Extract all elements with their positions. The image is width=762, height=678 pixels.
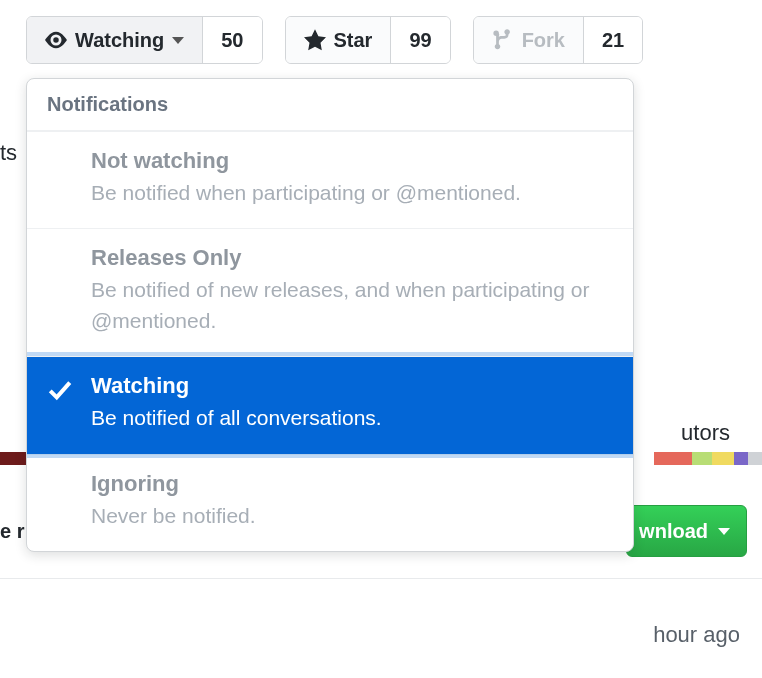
cropped-text: ts [0, 140, 17, 166]
dropdown-header: Notifications [27, 79, 633, 131]
option-desc: Be notified when participating or @menti… [91, 178, 611, 208]
dropdown-item-not-watching[interactable]: Not watching Be notified when participat… [27, 131, 633, 228]
option-title: Releases Only [91, 245, 611, 271]
option-desc: Be notified of new releases, and when pa… [91, 275, 611, 336]
fork-button-group: Fork 21 [473, 16, 644, 64]
notifications-dropdown: Notifications Not watching Be notified w… [26, 78, 634, 552]
fork-button[interactable]: Fork [474, 17, 584, 63]
check-icon [47, 377, 73, 403]
download-label: wnload [639, 520, 708, 543]
dropdown-item-releases-only[interactable]: Releases Only Be notified of new release… [27, 228, 633, 356]
watch-label: Watching [75, 29, 164, 52]
fork-count[interactable]: 21 [584, 17, 642, 63]
star-icon [304, 29, 326, 51]
cropped-text: utors [681, 420, 730, 446]
fork-icon [492, 29, 514, 51]
dropdown-item-watching[interactable]: Watching Be notified of all conversation… [26, 356, 634, 453]
repo-action-bar: Watching 50 Star 99 Fork 21 [26, 16, 643, 64]
option-title: Watching [91, 373, 611, 399]
caret-down-icon [718, 528, 730, 535]
option-title: Ignoring [91, 471, 611, 497]
watch-count[interactable]: 50 [203, 17, 261, 63]
option-desc: Be notified of all conversations. [91, 403, 611, 433]
star-count[interactable]: 99 [391, 17, 449, 63]
dropdown-item-ignoring[interactable]: Ignoring Never be notified. [27, 454, 633, 551]
clone-download-button[interactable]: wnload [626, 505, 747, 557]
option-title: Not watching [91, 148, 611, 174]
watch-button[interactable]: Watching [27, 17, 203, 63]
fork-label: Fork [522, 29, 565, 52]
star-label: Star [334, 29, 373, 52]
star-button-group: Star 99 [285, 16, 451, 64]
watch-button-group: Watching 50 [26, 16, 263, 64]
divider [0, 578, 762, 579]
option-desc: Never be notified. [91, 501, 611, 531]
cropped-text: e r [0, 520, 24, 543]
caret-down-icon [172, 37, 184, 44]
star-button[interactable]: Star [286, 17, 392, 63]
cropped-text: hour ago [653, 622, 740, 648]
eye-icon [45, 29, 67, 51]
